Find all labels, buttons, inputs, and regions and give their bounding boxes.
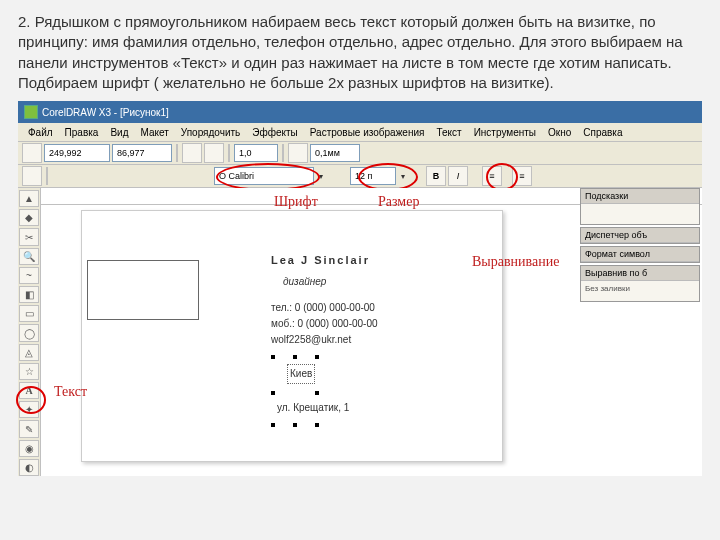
- card-name: Lea J Sinclair: [271, 252, 378, 270]
- landscape-icon[interactable]: [204, 143, 224, 163]
- toolbox: ▲ ◆ ✂ 🔍 ~ ◧ ▭ ◯ ◬ ☆ A ✦ ✎ ◉ ◐: [18, 188, 41, 476]
- separator: [228, 144, 230, 162]
- window-title: CorelDRAW X3 - [Рисунок1]: [42, 107, 169, 118]
- docker-panel: Подсказки Диспетчер объ Формат символ Вы…: [580, 188, 700, 304]
- fill-tool-icon[interactable]: ◐: [19, 459, 39, 476]
- property-bar-page: 249,992 86,977 1,0 0,1мм: [18, 142, 702, 165]
- docker-hints[interactable]: Подсказки: [580, 188, 700, 225]
- nudge-input[interactable]: 0,1мм: [310, 144, 360, 162]
- docker-title: Формат символ: [581, 247, 699, 262]
- polygon-tool-icon[interactable]: ◬: [19, 344, 39, 361]
- interactive-tool-icon[interactable]: ✦: [19, 401, 39, 418]
- drawing-page[interactable]: Lea J Sinclair дизайнер тел.: 0 (000) 00…: [41, 188, 702, 476]
- app-icon: [24, 105, 38, 119]
- titlebar: CorelDRAW X3 - [Рисунок1]: [18, 101, 702, 123]
- card-email: wolf2258@ukr.net: [271, 332, 378, 348]
- selection-handles-bottom: [271, 416, 378, 432]
- card-text-block[interactable]: Lea J Sinclair дизайнер тел.: 0 (000) 00…: [271, 252, 378, 432]
- card-rectangle[interactable]: [87, 260, 199, 320]
- units-input[interactable]: 1,0: [234, 144, 278, 162]
- menubar[interactable]: Файл Правка Вид Макет Упорядочить Эффект…: [18, 123, 702, 142]
- ellipse-tool-icon[interactable]: ◯: [19, 324, 39, 341]
- docker-body: Без заливки: [581, 281, 699, 301]
- annotation-size: Размер: [378, 194, 419, 210]
- menu-file[interactable]: Файл: [22, 125, 59, 140]
- outline-tool-icon[interactable]: ◉: [19, 440, 39, 457]
- eyedropper-tool-icon[interactable]: ✎: [19, 420, 39, 437]
- smartfill-tool-icon[interactable]: ◧: [19, 286, 39, 303]
- separator: [282, 144, 284, 162]
- menu-edit[interactable]: Правка: [59, 125, 105, 140]
- zoom-tool-icon[interactable]: 🔍: [19, 248, 39, 265]
- selection-handles-mid: [271, 384, 378, 400]
- menu-layout[interactable]: Макет: [134, 125, 174, 140]
- docker-align[interactable]: Выравнив по б Без заливки: [580, 265, 700, 302]
- italic-button[interactable]: I: [448, 166, 468, 186]
- font-size-dropdown[interactable]: 12 п: [350, 167, 396, 185]
- paper-size-input[interactable]: 249,992: [44, 144, 110, 162]
- menu-effects[interactable]: Эффекты: [246, 125, 303, 140]
- card-role: дизайнер: [271, 270, 378, 300]
- separator: [46, 167, 48, 185]
- docker-object-manager[interactable]: Диспетчер объ: [580, 227, 700, 244]
- instruction-text: 2. Рядышком с прямоугольником набираем в…: [0, 0, 720, 101]
- menu-view[interactable]: Вид: [104, 125, 134, 140]
- shape-tool-icon[interactable]: ◆: [19, 209, 39, 226]
- menu-help[interactable]: Справка: [577, 125, 628, 140]
- menu-arrange[interactable]: Упорядочить: [175, 125, 247, 140]
- docker-title: Диспетчер объ: [581, 228, 699, 243]
- portrait-icon[interactable]: [182, 143, 202, 163]
- basic-shapes-tool-icon[interactable]: ☆: [19, 363, 39, 380]
- chevron-down-icon[interactable]: ▾: [316, 172, 326, 181]
- menu-text[interactable]: Текст: [430, 125, 467, 140]
- annotation-align: Выравнивание: [472, 254, 559, 270]
- bullets-button[interactable]: ≡: [512, 166, 532, 186]
- docker-title: Подсказки: [581, 189, 699, 204]
- align-button[interactable]: ≡: [482, 166, 502, 186]
- curve-tool-icon[interactable]: ~: [19, 267, 39, 284]
- docker-char-format[interactable]: Формат символ: [580, 246, 700, 263]
- docker-title: Выравнив по б: [581, 266, 699, 281]
- font-name-dropdown[interactable]: O Calibri: [214, 167, 314, 185]
- text-tool-icon[interactable]: A: [19, 382, 39, 399]
- text-style-icon[interactable]: [22, 166, 42, 186]
- card-street: ул. Крещатик, 1: [271, 400, 378, 416]
- new-doc-icon[interactable]: [22, 143, 42, 163]
- selection-handles-top: [271, 348, 378, 364]
- workspace: ▲ ◆ ✂ 🔍 ~ ◧ ▭ ◯ ◬ ☆ A ✦ ✎ ◉ ◐ Lea J Sinc…: [18, 188, 702, 476]
- card-city[interactable]: Киев: [287, 364, 315, 384]
- annotation-text: Текст: [54, 384, 87, 400]
- menu-bitmaps[interactable]: Растровые изображения: [304, 125, 431, 140]
- menu-tools[interactable]: Инструменты: [468, 125, 542, 140]
- separator: [176, 144, 178, 162]
- paper-width-input[interactable]: 86,977: [112, 144, 172, 162]
- grid-icon[interactable]: [288, 143, 308, 163]
- card-tel: тел.: 0 (000) 000-00-00: [271, 300, 378, 316]
- bold-button[interactable]: B: [426, 166, 446, 186]
- rectangle-tool-icon[interactable]: ▭: [19, 305, 39, 322]
- annotation-font: Шрифт: [274, 194, 318, 210]
- menu-window[interactable]: Окно: [542, 125, 577, 140]
- property-bar-text: O Calibri ▾ 12 п ▾ B I ≡ ≡: [18, 165, 702, 188]
- card-mob: моб.: 0 (000) 000-00-00: [271, 316, 378, 332]
- coreldraw-window: CorelDRAW X3 - [Рисунок1] Файл Правка Ви…: [18, 101, 702, 471]
- crop-tool-icon[interactable]: ✂: [19, 228, 39, 245]
- docker-body: [581, 204, 699, 224]
- pick-tool-icon[interactable]: ▲: [19, 190, 39, 207]
- chevron-down-icon[interactable]: ▾: [398, 172, 408, 181]
